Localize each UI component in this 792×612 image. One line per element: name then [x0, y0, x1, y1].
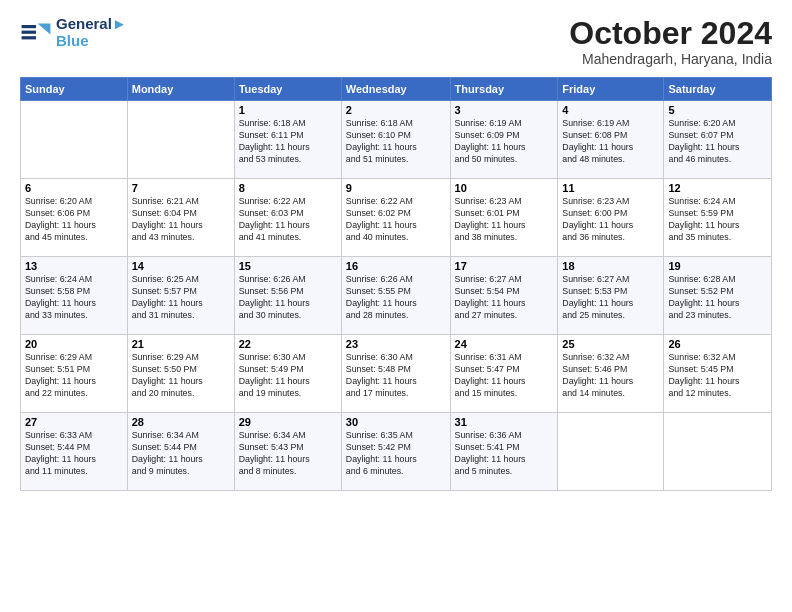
- title-block: October 2024 Mahendragarh, Haryana, Indi…: [569, 16, 772, 67]
- day-number: 8: [239, 182, 337, 194]
- month-title: October 2024: [569, 16, 772, 51]
- day-number: 28: [132, 416, 230, 428]
- calendar-cell: [21, 101, 128, 179]
- calendar-cell: 4Sunrise: 6:19 AMSunset: 6:08 PMDaylight…: [558, 101, 664, 179]
- calendar-cell: 18Sunrise: 6:27 AMSunset: 5:53 PMDayligh…: [558, 257, 664, 335]
- day-number: 14: [132, 260, 230, 272]
- day-number: 7: [132, 182, 230, 194]
- calendar-cell: 8Sunrise: 6:22 AMSunset: 6:03 PMDaylight…: [234, 179, 341, 257]
- week-row-5: 27Sunrise: 6:33 AMSunset: 5:44 PMDayligh…: [21, 413, 772, 491]
- calendar-cell: 23Sunrise: 6:30 AMSunset: 5:48 PMDayligh…: [341, 335, 450, 413]
- calendar-cell: 1Sunrise: 6:18 AMSunset: 6:11 PMDaylight…: [234, 101, 341, 179]
- day-info: Sunrise: 6:23 AMSunset: 6:01 PMDaylight:…: [455, 196, 554, 244]
- day-number: 19: [668, 260, 767, 272]
- calendar-cell: [664, 413, 772, 491]
- day-number: 23: [346, 338, 446, 350]
- day-info: Sunrise: 6:26 AMSunset: 5:56 PMDaylight:…: [239, 274, 337, 322]
- calendar-cell: 19Sunrise: 6:28 AMSunset: 5:52 PMDayligh…: [664, 257, 772, 335]
- calendar-cell: 29Sunrise: 6:34 AMSunset: 5:43 PMDayligh…: [234, 413, 341, 491]
- day-number: 5: [668, 104, 767, 116]
- calendar-cell: 14Sunrise: 6:25 AMSunset: 5:57 PMDayligh…: [127, 257, 234, 335]
- day-info: Sunrise: 6:32 AMSunset: 5:46 PMDaylight:…: [562, 352, 659, 400]
- day-info: Sunrise: 6:30 AMSunset: 5:48 PMDaylight:…: [346, 352, 446, 400]
- day-number: 25: [562, 338, 659, 350]
- day-number: 9: [346, 182, 446, 194]
- calendar-cell: 21Sunrise: 6:29 AMSunset: 5:50 PMDayligh…: [127, 335, 234, 413]
- calendar-cell: 12Sunrise: 6:24 AMSunset: 5:59 PMDayligh…: [664, 179, 772, 257]
- calendar-cell: 6Sunrise: 6:20 AMSunset: 6:06 PMDaylight…: [21, 179, 128, 257]
- day-number: 1: [239, 104, 337, 116]
- logo: General► Blue: [20, 16, 127, 49]
- day-info: Sunrise: 6:31 AMSunset: 5:47 PMDaylight:…: [455, 352, 554, 400]
- calendar-cell: 13Sunrise: 6:24 AMSunset: 5:58 PMDayligh…: [21, 257, 128, 335]
- day-number: 10: [455, 182, 554, 194]
- day-number: 15: [239, 260, 337, 272]
- weekday-header-tuesday: Tuesday: [234, 78, 341, 101]
- week-row-3: 13Sunrise: 6:24 AMSunset: 5:58 PMDayligh…: [21, 257, 772, 335]
- day-info: Sunrise: 6:27 AMSunset: 5:53 PMDaylight:…: [562, 274, 659, 322]
- weekday-header-saturday: Saturday: [664, 78, 772, 101]
- calendar-cell: [558, 413, 664, 491]
- week-row-1: 1Sunrise: 6:18 AMSunset: 6:11 PMDaylight…: [21, 101, 772, 179]
- day-number: 17: [455, 260, 554, 272]
- day-info: Sunrise: 6:18 AMSunset: 6:10 PMDaylight:…: [346, 118, 446, 166]
- calendar-cell: 17Sunrise: 6:27 AMSunset: 5:54 PMDayligh…: [450, 257, 558, 335]
- calendar-cell: 7Sunrise: 6:21 AMSunset: 6:04 PMDaylight…: [127, 179, 234, 257]
- day-number: 26: [668, 338, 767, 350]
- day-number: 21: [132, 338, 230, 350]
- logo-text: General► Blue: [56, 16, 127, 49]
- calendar-cell: 5Sunrise: 6:20 AMSunset: 6:07 PMDaylight…: [664, 101, 772, 179]
- svg-rect-3: [22, 30, 36, 33]
- svg-rect-2: [22, 25, 36, 28]
- calendar-cell: 15Sunrise: 6:26 AMSunset: 5:56 PMDayligh…: [234, 257, 341, 335]
- calendar-cell: 27Sunrise: 6:33 AMSunset: 5:44 PMDayligh…: [21, 413, 128, 491]
- day-info: Sunrise: 6:22 AMSunset: 6:03 PMDaylight:…: [239, 196, 337, 244]
- day-number: 27: [25, 416, 123, 428]
- page: General► Blue October 2024 Mahendragarh,…: [0, 0, 792, 612]
- calendar-cell: 25Sunrise: 6:32 AMSunset: 5:46 PMDayligh…: [558, 335, 664, 413]
- day-info: Sunrise: 6:24 AMSunset: 5:58 PMDaylight:…: [25, 274, 123, 322]
- svg-rect-4: [22, 36, 36, 39]
- calendar-cell: 24Sunrise: 6:31 AMSunset: 5:47 PMDayligh…: [450, 335, 558, 413]
- day-number: 20: [25, 338, 123, 350]
- day-number: 16: [346, 260, 446, 272]
- day-info: Sunrise: 6:33 AMSunset: 5:44 PMDaylight:…: [25, 430, 123, 478]
- calendar-cell: [127, 101, 234, 179]
- day-info: Sunrise: 6:18 AMSunset: 6:11 PMDaylight:…: [239, 118, 337, 166]
- weekday-header-friday: Friday: [558, 78, 664, 101]
- day-info: Sunrise: 6:32 AMSunset: 5:45 PMDaylight:…: [668, 352, 767, 400]
- weekday-header-thursday: Thursday: [450, 78, 558, 101]
- weekday-header-wednesday: Wednesday: [341, 78, 450, 101]
- calendar-cell: 26Sunrise: 6:32 AMSunset: 5:45 PMDayligh…: [664, 335, 772, 413]
- calendar-cell: 22Sunrise: 6:30 AMSunset: 5:49 PMDayligh…: [234, 335, 341, 413]
- calendar-cell: 11Sunrise: 6:23 AMSunset: 6:00 PMDayligh…: [558, 179, 664, 257]
- day-number: 22: [239, 338, 337, 350]
- day-number: 4: [562, 104, 659, 116]
- day-info: Sunrise: 6:30 AMSunset: 5:49 PMDaylight:…: [239, 352, 337, 400]
- logo-icon: [20, 17, 52, 49]
- day-info: Sunrise: 6:29 AMSunset: 5:50 PMDaylight:…: [132, 352, 230, 400]
- calendar-cell: 9Sunrise: 6:22 AMSunset: 6:02 PMDaylight…: [341, 179, 450, 257]
- day-info: Sunrise: 6:27 AMSunset: 5:54 PMDaylight:…: [455, 274, 554, 322]
- day-info: Sunrise: 6:29 AMSunset: 5:51 PMDaylight:…: [25, 352, 123, 400]
- calendar-cell: 31Sunrise: 6:36 AMSunset: 5:41 PMDayligh…: [450, 413, 558, 491]
- day-number: 29: [239, 416, 337, 428]
- day-info: Sunrise: 6:20 AMSunset: 6:07 PMDaylight:…: [668, 118, 767, 166]
- day-number: 18: [562, 260, 659, 272]
- day-number: 13: [25, 260, 123, 272]
- calendar-cell: 10Sunrise: 6:23 AMSunset: 6:01 PMDayligh…: [450, 179, 558, 257]
- calendar-cell: 16Sunrise: 6:26 AMSunset: 5:55 PMDayligh…: [341, 257, 450, 335]
- day-info: Sunrise: 6:19 AMSunset: 6:09 PMDaylight:…: [455, 118, 554, 166]
- day-info: Sunrise: 6:21 AMSunset: 6:04 PMDaylight:…: [132, 196, 230, 244]
- weekday-header-monday: Monday: [127, 78, 234, 101]
- day-info: Sunrise: 6:19 AMSunset: 6:08 PMDaylight:…: [562, 118, 659, 166]
- calendar-cell: 3Sunrise: 6:19 AMSunset: 6:09 PMDaylight…: [450, 101, 558, 179]
- weekday-header-sunday: Sunday: [21, 78, 128, 101]
- calendar-table: SundayMondayTuesdayWednesdayThursdayFrid…: [20, 77, 772, 491]
- day-number: 2: [346, 104, 446, 116]
- day-info: Sunrise: 6:36 AMSunset: 5:41 PMDaylight:…: [455, 430, 554, 478]
- location: Mahendragarh, Haryana, India: [569, 51, 772, 67]
- week-row-2: 6Sunrise: 6:20 AMSunset: 6:06 PMDaylight…: [21, 179, 772, 257]
- calendar-cell: 28Sunrise: 6:34 AMSunset: 5:44 PMDayligh…: [127, 413, 234, 491]
- day-info: Sunrise: 6:35 AMSunset: 5:42 PMDaylight:…: [346, 430, 446, 478]
